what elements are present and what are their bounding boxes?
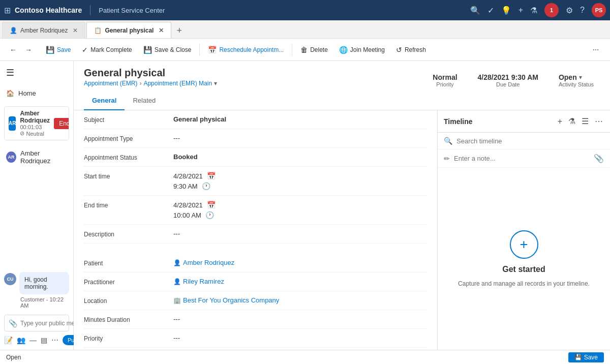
tab-general[interactable]: General bbox=[84, 92, 125, 110]
mark-complete-button[interactable]: ✓ Mark Complete bbox=[77, 43, 137, 56]
people-icon[interactable]: 👥 bbox=[17, 336, 25, 344]
timeline-note-input[interactable] bbox=[454, 155, 590, 162]
tab-record-icon: 📋 bbox=[94, 27, 102, 34]
status-text: Open bbox=[6, 354, 21, 361]
note-icon[interactable]: 📝 bbox=[4, 336, 13, 344]
patient-label: Patient bbox=[84, 259, 165, 267]
join-meeting-button[interactable]: 🌐 Join Meeting bbox=[334, 43, 390, 56]
timeline-search-input[interactable] bbox=[456, 137, 604, 145]
more-icon: ⋯ bbox=[593, 46, 599, 53]
timeline-panel: Timeline + ⚗ ☰ ⋯ 🔍 ✏ 📎 + Get sta bbox=[437, 110, 610, 350]
check-icon[interactable]: ✓ bbox=[487, 6, 494, 15]
due-date-label: Due Date bbox=[478, 81, 538, 87]
form-row-appointment-type: Appointment Type --- bbox=[84, 129, 427, 148]
record-toolbar: ← → 💾 Save ✓ Mark Complete 💾 Save & Clos… bbox=[0, 39, 610, 61]
patient-value[interactable]: 👤 Amber Rodriquez bbox=[173, 259, 427, 266]
filter-icon[interactable]: ⚗ bbox=[530, 6, 537, 15]
save-button[interactable]: 💾 Save bbox=[41, 43, 76, 56]
dash-icon[interactable]: — bbox=[29, 336, 37, 344]
tab-amber-close[interactable]: ✕ bbox=[73, 27, 78, 34]
sidebar-user-item[interactable]: AR Amber Rodriquez bbox=[0, 144, 73, 170]
neutral-icon: ⊘ bbox=[20, 130, 24, 137]
start-time-label: Start time bbox=[84, 172, 165, 180]
attachment-icon[interactable]: 📎 bbox=[9, 319, 17, 327]
lightbulb-icon[interactable]: 💡 bbox=[501, 6, 511, 15]
tab-related[interactable]: Related bbox=[125, 92, 164, 110]
notification-badge[interactable]: 1 bbox=[544, 3, 559, 17]
more-options-button[interactable]: ⋯ bbox=[588, 44, 604, 56]
patient-link-icon: 👤 bbox=[173, 259, 181, 266]
search-icon[interactable]: 🔍 bbox=[470, 6, 480, 15]
tab-amber-rodriquez[interactable]: 👤 Amber Rodriquez ✕ bbox=[2, 22, 85, 38]
breadcrumb-link1[interactable]: Appointment (EMR) bbox=[84, 80, 137, 87]
reschedule-button[interactable]: 📅 Reschedule Appointm... bbox=[203, 43, 289, 56]
status-save-icon: 💾 bbox=[574, 354, 582, 361]
delete-button[interactable]: 🗑 Delete bbox=[295, 43, 333, 56]
timeline-attach-icon[interactable]: 📎 bbox=[594, 154, 604, 163]
calendar-start-icon[interactable]: 📅 bbox=[207, 172, 216, 180]
left-sidebar: ☰ 🏠 Home AR Amber Rodriquez 00:01:03 ⊘ N… bbox=[0, 61, 74, 350]
timeline-list-icon[interactable]: ☰ bbox=[581, 115, 590, 127]
calendar-icon: 📅 bbox=[208, 46, 217, 54]
end-call-button[interactable]: End bbox=[54, 118, 69, 129]
location-label: Location bbox=[84, 296, 165, 305]
form-row-end-time: End time 4/28/2021 📅 10:00 AM 🕐 bbox=[84, 196, 427, 225]
calendar-end-icon[interactable]: 📅 bbox=[207, 201, 216, 209]
minutes-duration-value: --- bbox=[173, 315, 427, 323]
meeting-icon: 🌐 bbox=[339, 46, 348, 54]
status-save-button[interactable]: 💾 Save bbox=[568, 352, 604, 362]
caller-name: Amber Rodriquez bbox=[20, 110, 50, 124]
timeline-filter-icon[interactable]: ⚗ bbox=[567, 115, 576, 127]
call-status: ⊘ Neutral bbox=[20, 130, 50, 137]
plus-icon[interactable]: + bbox=[518, 6, 523, 15]
form-row-priority: Priority --- bbox=[84, 329, 427, 348]
breadcrumb-separator: › bbox=[139, 80, 141, 87]
practitioner-value[interactable]: 👤 Riley Ramirez bbox=[173, 278, 427, 285]
message-toolbar: 📝 👥 — ▤ ⋯ Public Internal bbox=[4, 331, 69, 346]
clock-end-icon[interactable]: 🕐 bbox=[205, 211, 214, 219]
timeline-add-button[interactable]: + bbox=[557, 116, 563, 127]
start-time-value: 4/28/2021 📅 9:30 AM 🕐 bbox=[173, 172, 427, 190]
location-link-icon: 🏢 bbox=[173, 297, 181, 304]
new-tab-button[interactable]: + bbox=[172, 23, 186, 38]
back-button[interactable]: ← bbox=[6, 43, 20, 57]
template-icon[interactable]: ▤ bbox=[41, 336, 47, 344]
subject-label: Subject bbox=[84, 115, 165, 124]
grid-icon[interactable]: ⊞ bbox=[4, 6, 11, 15]
appointment-type-label: Appointment Type bbox=[84, 134, 165, 142]
form-row-minutes-duration: Minutes Duration --- bbox=[84, 310, 427, 329]
end-time-value: 4/28/2021 📅 10:00 AM 🕐 bbox=[173, 201, 427, 219]
location-value[interactable]: 🏢 Best For You Organics Company bbox=[173, 296, 427, 304]
forward-button[interactable]: → bbox=[21, 43, 36, 57]
user-avatar[interactable]: PS bbox=[592, 3, 606, 17]
form-area: Subject General physical Appointment Typ… bbox=[74, 110, 437, 350]
tab-general-close[interactable]: ✕ bbox=[159, 27, 164, 34]
activity-chevron[interactable]: ▾ bbox=[579, 74, 582, 81]
practitioner-link-icon: 👤 bbox=[173, 278, 181, 285]
save-close-button[interactable]: 💾 Save & Close bbox=[138, 43, 197, 56]
clock-start-icon[interactable]: 🕐 bbox=[202, 182, 210, 190]
page-title: General physical bbox=[84, 67, 217, 79]
customer-avatar: CU bbox=[4, 273, 16, 285]
priority-value: Normal bbox=[433, 73, 457, 81]
timeline-more-icon[interactable]: ⋯ bbox=[594, 115, 604, 127]
hamburger-menu[interactable]: ☰ bbox=[0, 61, 73, 84]
timeline-search-bar: 🔍 bbox=[438, 133, 610, 149]
settings-icon[interactable]: ⚙ bbox=[566, 6, 573, 15]
page-tabs: General Related bbox=[74, 92, 610, 110]
breadcrumb-link2[interactable]: Appointment (EMR) Main bbox=[143, 80, 212, 87]
help-icon[interactable]: ? bbox=[580, 6, 585, 15]
content-body: Subject General physical Appointment Typ… bbox=[74, 110, 610, 350]
refresh-button[interactable]: ↺ Refresh bbox=[391, 43, 431, 56]
form-row-practitioner: Practitioner 👤 Riley Ramirez bbox=[84, 272, 427, 291]
timeline-get-started-icon[interactable]: + bbox=[510, 230, 538, 259]
app-name: Contoso Healthcare bbox=[15, 6, 82, 14]
save-icon: 💾 bbox=[46, 46, 54, 54]
timeline-search-icon: 🔍 bbox=[444, 137, 452, 145]
tab-general-physical[interactable]: 📋 General physical ✕ bbox=[86, 22, 171, 38]
ellipsis-icon[interactable]: ⋯ bbox=[51, 336, 58, 344]
active-call-header: AR Amber Rodriquez 00:01:03 ⊘ Neutral En… bbox=[5, 107, 69, 140]
timeline-title: Timeline bbox=[444, 117, 553, 126]
pencil-icon: ✏ bbox=[444, 155, 450, 163]
sidebar-home[interactable]: 🏠 Home bbox=[0, 84, 73, 102]
